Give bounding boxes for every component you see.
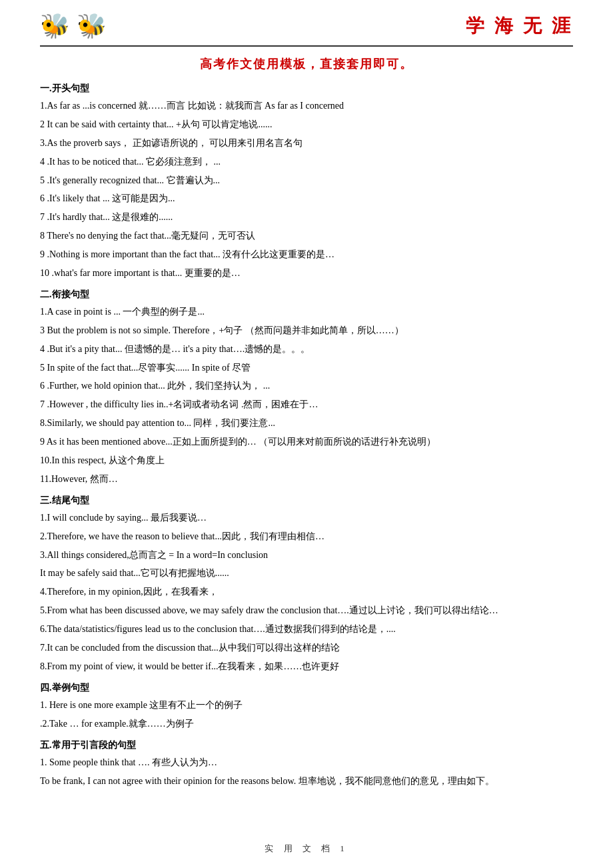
line-2-1: 1.A case in point is ... 一个典型的例子是... xyxy=(40,303,573,321)
line-3-3: 3.All things considered,总而言之 = In a word… xyxy=(40,547,573,564)
line-3-7: 6.The data/statistics/figures lead us to… xyxy=(40,621,573,638)
line-2-7: 8.Similarly, we should pay attention to.… xyxy=(40,415,573,432)
header-left: 🐝 🐝 xyxy=(40,14,107,38)
line-2-10: 10.In this respect, 从这个角度上 xyxy=(40,452,573,469)
line-3-4: It may be safely said that...它可以有把握地说...… xyxy=(40,565,573,582)
section-5-heading: 五.常用于引言段的句型 xyxy=(40,739,573,751)
line-3-6: 5.From what has been discussed above, we… xyxy=(40,602,573,619)
header: 🐝 🐝 学 海 无 涯 xyxy=(40,13,573,47)
line-3-5: 4.Therefore, in my opinion,因此，在我看来， xyxy=(40,583,573,601)
line-2-8: 9 As it has been mentioned above...正如上面所… xyxy=(40,433,573,451)
page-title: 高考作文使用模板，直接套用即可。 xyxy=(40,56,573,72)
bee-icon-2: 🐝 xyxy=(77,14,107,38)
line-1-5: 5 .It's generally recognized that... 它普遍… xyxy=(40,172,573,189)
line-1-7: 7 .It's hardly that... 这是很难的...... xyxy=(40,209,573,226)
section-4-heading: 四.举例句型 xyxy=(40,682,573,694)
line-1-8: 8 There's no denying the fact that...毫无疑… xyxy=(40,227,573,245)
line-3-9: 8.From my point of view, it would be bet… xyxy=(40,658,573,675)
line-3-8: 7.It can be concluded from the discussio… xyxy=(40,639,573,657)
line-2-11: 11.However, 然而… xyxy=(40,471,573,488)
line-1-1: 1.As far as ...is concerned 就……而言 比如说：就我… xyxy=(40,97,573,115)
section-1: 一.开头句型 1.As far as ...is concerned 就……而言… xyxy=(40,83,573,282)
section-3-heading: 三.结尾句型 xyxy=(40,495,573,507)
line-1-4: 4 .It has to be noticed that... 它必须注意到， … xyxy=(40,153,573,171)
line-1-3: 3.As the proverb says， 正如谚语所说的， 可以用来引用名言… xyxy=(40,135,573,152)
footer: 实 用 文 档 1 xyxy=(0,843,613,855)
line-2-4: 5 In spite of the fact that...尽管事实......… xyxy=(40,359,573,377)
bee-icon-1: 🐝 xyxy=(40,14,70,38)
line-2-5: 6 .Further, we hold opinion that... 此外，我… xyxy=(40,377,573,395)
line-4-2: .2.Take … for example.就拿……为例子 xyxy=(40,715,573,733)
line-5-2: To be frank, I can not agree with their … xyxy=(40,773,573,790)
line-2-6: 7 .However , the difficulty lies in..+名词… xyxy=(40,396,573,413)
section-1-heading: 一.开头句型 xyxy=(40,83,573,95)
section-5: 五.常用于引言段的句型 1. Some people think that ….… xyxy=(40,739,573,790)
line-3-2: 2.Therefore, we have the reason to belie… xyxy=(40,528,573,545)
line-2-3: 4 .But it's a pity that... 但遗憾的是… it's a… xyxy=(40,341,573,358)
page: 🐝 🐝 学 海 无 涯 高考作文使用模板，直接套用即可。 一.开头句型 1.As… xyxy=(0,0,613,868)
line-2-2: 3 But the problem is not so simple. Ther… xyxy=(40,322,573,339)
section-2: 二.衔接句型 1.A case in point is ... 一个典型的例子是… xyxy=(40,289,573,488)
line-5-1: 1. Some people think that …. 有些人认为为… xyxy=(40,754,573,771)
section-3: 三.结尾句型 1.I will conclude by saying... 最后… xyxy=(40,495,573,675)
line-1-2: 2 It can be said with certainty that... … xyxy=(40,116,573,133)
line-1-6: 6 .It's likely that ... 这可能是因为... xyxy=(40,190,573,207)
brand-text: 学 海 无 涯 xyxy=(466,13,573,39)
line-1-9: 9 .Nothing is more important than the fa… xyxy=(40,246,573,263)
line-3-1: 1.I will conclude by saying... 最后我要说… xyxy=(40,509,573,527)
section-2-heading: 二.衔接句型 xyxy=(40,289,573,301)
line-1-10: 10 .what's far more important is that...… xyxy=(40,265,573,282)
section-4: 四.举例句型 1. Here is one more example 这里有不止… xyxy=(40,682,573,733)
line-4-1: 1. Here is one more example 这里有不止一个的例子 xyxy=(40,697,573,714)
